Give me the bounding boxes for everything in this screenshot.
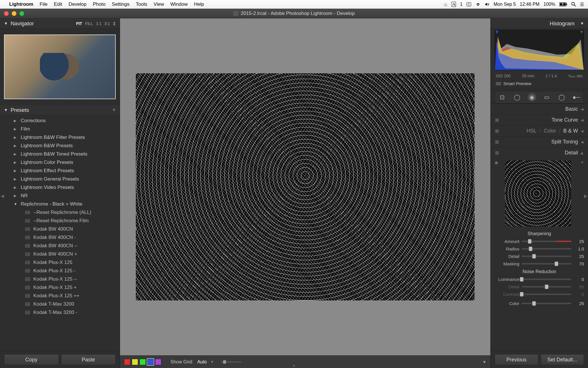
panel-switch-icon[interactable] [495,151,499,155]
slider-value[interactable]: 25 [574,239,584,244]
section-basic[interactable]: Basic◀ [491,103,588,114]
menu-window[interactable]: Window [170,1,187,7]
preset-folder[interactable]: ▶NR [4,191,120,200]
navigator-thumbnail[interactable] [4,34,116,99]
zoom-fit[interactable]: FIT [76,21,82,26]
preset-folder[interactable]: ▶Lightroom B&W Filter Presets [4,133,120,141]
expand-right-arrow-icon[interactable]: ▶ [584,193,587,199]
menubar-app-name[interactable]: Lightroom [9,1,33,7]
section-detail[interactable]: Detail◀ [491,147,588,158]
label-green[interactable] [140,359,146,365]
slider-value[interactable]: 0 [574,277,584,282]
slider-value[interactable]: 1.0 [574,246,584,251]
expand-bottom-arrow-icon[interactable]: ▲ [292,363,296,367]
panel-switch-icon[interactable] [495,129,499,133]
add-preset-button[interactable]: + [112,107,116,113]
detail-target-icon[interactable]: ⊕ [495,160,499,165]
menu-edit[interactable]: Edit [54,1,62,7]
preset-item[interactable]: --Reset Replichrome Film [4,216,120,225]
spot-removal-tool-icon[interactable]: ◯ [513,93,521,101]
preset-folder[interactable]: ▶Lightroom Color Presets [4,158,120,166]
slider-track[interactable] [522,279,571,280]
window-zoom-button[interactable] [20,11,24,16]
slider-track[interactable] [522,241,571,242]
slider-thumb[interactable] [532,254,536,258]
chevron-down-icon[interactable]: ▼ [211,360,214,363]
label-red[interactable] [124,359,130,365]
slider-thumb[interactable] [520,277,523,281]
preset-folder[interactable]: ▶Corrections [4,116,120,125]
slider-value[interactable]: 50 [574,284,584,289]
copy-button[interactable]: Copy [4,354,59,365]
tab-hsl[interactable]: HSL [527,128,537,134]
preset-folder[interactable]: ▶Lightroom B&W Presets [4,141,120,150]
crop-tool-icon[interactable]: ⊡ [498,93,507,101]
battery-icon[interactable] [559,2,567,6]
chevron-down-icon[interactable]: ▼ [581,160,584,164]
preset-folder[interactable]: ▶Lightroom B&W Toned Presets [4,150,120,158]
slider-track[interactable] [522,256,571,257]
redeye-tool-icon[interactable]: ◉ [528,93,536,101]
panel-switch-icon[interactable] [495,118,499,122]
preset-item[interactable]: Kodak Plus-X 125 + [4,283,120,292]
panel-switch-icon[interactable] [495,140,499,144]
set-default-button[interactable]: Set Default... [541,354,584,365]
preset-item[interactable]: Kodak T-Max 3200 - [4,308,120,317]
slider-track[interactable] [522,263,571,264]
preset-folder[interactable]: ▼Replichrome - Black + White [4,200,120,208]
radial-filter-tool-icon[interactable]: ◯ [557,93,566,101]
slider-value[interactable]: 70 [574,261,584,266]
display-icon[interactable]: C [467,2,471,6]
grid-size-slider[interactable] [221,361,241,363]
label-purple[interactable] [155,359,161,365]
window-minimize-button[interactable] [12,11,16,16]
menu-extras-icon[interactable]: ☰ [580,2,584,7]
graduated-filter-tool-icon[interactable]: ▭ [542,93,551,101]
adobe-icon[interactable]: A [452,2,456,7]
section-tone-curve[interactable]: Tone Curve◀ [491,114,588,125]
label-yellow[interactable] [132,359,138,365]
slider-track[interactable] [522,248,571,250]
zoom-fill[interactable]: FILL [85,21,93,26]
clock-time[interactable]: 12:46 PM [520,2,539,7]
main-image-preview[interactable] [136,73,475,300]
zoom-1to1[interactable]: 1:1 [96,21,101,26]
menu-file[interactable]: File [40,1,47,7]
smart-preview-row[interactable]: Smart Preview [491,80,588,89]
zoom-stepper-icon[interactable]: ▲▼ [113,21,116,26]
wifi-icon[interactable] [475,2,481,6]
adjustment-brush-tool-icon[interactable]: ●─ [572,93,581,101]
menu-tools[interactable]: Tools [136,1,147,7]
preset-item[interactable]: Kodak BW 400CN - [4,233,120,241]
preset-item[interactable]: Kodak Plus-X 125 - [4,267,120,275]
slider-thumb[interactable] [528,239,531,244]
spotlight-icon[interactable] [571,2,576,7]
slider-thumb[interactable] [520,292,523,296]
preset-item[interactable]: Kodak T-Max 3200 [4,300,120,308]
menu-settings[interactable]: Settings [112,1,129,7]
expand-left-arrow-icon[interactable]: ◀ [1,193,4,199]
slider-thumb[interactable] [555,262,558,266]
preset-item[interactable]: --Reset Replichrome (ALL) [4,208,120,216]
navigator-header[interactable]: ▼ Navigator FIT FILL 1:1 3:1 ▲▼ [0,18,120,29]
preset-folder[interactable]: ▶Film [4,125,120,133]
slider-track[interactable] [522,294,571,295]
preset-folder[interactable]: ▶Lightroom Effect Presets [4,166,120,175]
backblaze-icon[interactable]: ♨ [444,2,448,7]
histogram-header[interactable]: Histogram ▼ [491,18,588,29]
slider-thumb[interactable] [545,285,548,289]
volume-icon[interactable]: 🔊︎ [485,2,490,7]
presets-list[interactable]: ▶Corrections▶Film▶Lightroom B&W Filter P… [0,115,120,351]
preset-item[interactable]: Kodak BW 400CN + [4,250,120,258]
zoom-3to1[interactable]: 3:1 [105,21,110,26]
toolbar-options-icon[interactable]: ▼ [482,360,486,364]
window-close-button[interactable] [4,11,9,16]
preset-item[interactable]: Kodak BW 400CN [4,225,120,233]
slider-track[interactable] [522,286,571,288]
detail-preview-thumbnail[interactable] [505,160,571,227]
slider-thumb[interactable] [532,301,536,306]
tab-bw[interactable]: B & W [563,128,578,134]
slider-value[interactable]: 25 [574,301,584,306]
menu-photo[interactable]: Photo [93,1,105,7]
section-hsl[interactable]: HSL/ Color/ B & W ◀ [491,125,588,136]
